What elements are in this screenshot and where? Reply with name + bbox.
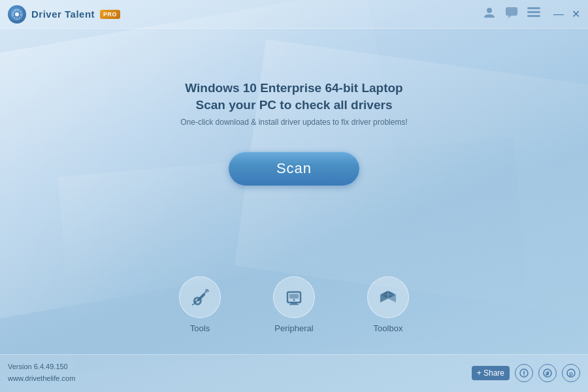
peripheral-item[interactable]: Peripheral [273,276,315,333]
scan-button[interactable]: Scan [229,152,359,186]
svg-point-3 [487,8,492,13]
svg-point-16 [293,299,295,301]
bottom-icons-container: Tools Peripheral Toolbox [0,276,588,333]
svg-rect-13 [289,294,299,299]
peripheral-label: Peripheral [274,323,313,333]
tools-item[interactable]: Tools [179,276,221,333]
system-desc: One-click download & install driver upda… [180,118,407,127]
svg-rect-15 [289,304,299,305]
system-title: Windows 10 Enterprise 64-bit Laptop [180,81,407,95]
toolbox-label: Toolbox [374,323,403,333]
close-button[interactable]: ✕ [572,9,580,20]
svg-rect-14 [291,302,297,304]
toolbox-icon [367,276,409,318]
user-icon[interactable] [483,6,496,22]
titlebar: Driver Talent PRO — ✕ [0,0,588,29]
pro-badge: PRO [100,10,120,19]
titlebar-right: — ✕ [483,6,580,22]
tools-label: Tools [190,323,210,333]
system-subtitle: Scan your PC to check all drivers [180,98,407,112]
svg-point-1 [15,12,19,16]
system-info: Windows 10 Enterprise 64-bit Laptop Scan… [180,81,407,127]
svg-text:f: f [523,370,526,377]
toolbox-item[interactable]: Toolbox [367,276,409,333]
svg-rect-7 [527,11,540,13]
facebook-button[interactable]: f [515,364,533,382]
svg-rect-8 [527,15,540,17]
share-button[interactable]: + Share [472,366,510,380]
peripheral-icon [273,276,315,318]
social-links: + Share f p [472,364,580,382]
svg-text:p: p [569,370,573,377]
app-title: Driver Talent [31,8,95,20]
window-controls: — ✕ [553,9,580,20]
app-icon [8,5,26,24]
version-text: Version 6.4.49.150 [8,361,75,373]
pinterest-button[interactable]: p [562,364,580,382]
version-info: Version 6.4.49.150 www.drivethelife.com [8,361,75,384]
menu-icon[interactable] [527,7,540,21]
chat-icon[interactable] [505,7,518,22]
bottom-bar: Version 6.4.49.150 www.drivethelife.com … [0,354,588,392]
svg-rect-6 [527,7,540,9]
svg-rect-4 [506,7,517,16]
website-text: www.drivethelife.com [8,373,75,385]
minimize-button[interactable]: — [553,9,564,20]
svg-marker-5 [508,16,512,18]
main-content: Windows 10 Enterprise 64-bit Laptop Scan… [0,29,588,186]
titlebar-left: Driver Talent PRO [8,5,120,24]
tools-icon [179,276,221,318]
twitter-button[interactable] [538,364,557,382]
